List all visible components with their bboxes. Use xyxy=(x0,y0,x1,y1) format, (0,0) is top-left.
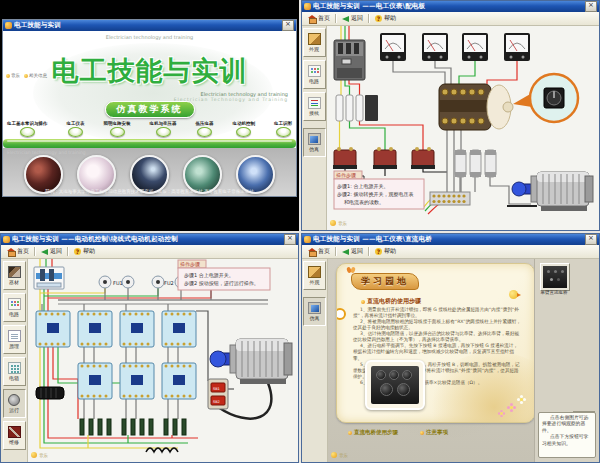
tools-icon xyxy=(8,266,21,278)
back-arrow-icon xyxy=(342,16,349,22)
sidebar-equipment-button[interactable]: 器材 xyxy=(3,261,26,290)
app-icon xyxy=(304,236,311,243)
sidebar-appearance-button[interactable]: 外观 xyxy=(303,261,326,290)
thumbnail-caption: 单臂直流电桥 xyxy=(535,290,573,295)
splash-screen: 电工技能与实训 × Electrician technology and tra… xyxy=(0,0,299,231)
menu-button-icon[interactable] xyxy=(20,127,35,137)
help-button[interactable]: ?帮助 xyxy=(72,247,97,256)
cartridge-fuses[interactable] xyxy=(455,150,496,177)
fu1-label: FU1 xyxy=(113,280,123,286)
bridge-photo[interactable] xyxy=(365,360,425,410)
circuit-breaker[interactable] xyxy=(334,40,365,80)
menu-button-icon[interactable] xyxy=(156,127,171,137)
sidebar-appearance-button[interactable]: 外观 xyxy=(303,28,326,57)
sidebar-circuit-button[interactable]: 电路 xyxy=(3,293,26,322)
menu-button-icon[interactable] xyxy=(68,127,83,137)
home-button[interactable]: 首页 xyxy=(306,14,332,23)
app-icon xyxy=(304,3,311,10)
svg-text:步骤2 按动按钮，进行运行操作。: 步骤2 按动按钮，进行运行操作。 xyxy=(184,280,259,287)
menu-button-icon[interactable] xyxy=(197,127,212,137)
window-title: 电工技能与实训 ——电工仪表\配电板 xyxy=(313,2,583,11)
menu-button-icon[interactable] xyxy=(276,127,291,137)
menu-item-motor-control[interactable]: 电动机控制 xyxy=(233,121,256,137)
close-icon[interactable]: × xyxy=(585,234,597,245)
contactors-row1[interactable] xyxy=(36,311,196,347)
close-icon[interactable]: × xyxy=(282,20,294,31)
contactors-row2[interactable] xyxy=(78,363,196,399)
music-icon[interactable] xyxy=(331,452,337,458)
panel-meters[interactable] xyxy=(380,33,530,61)
menu-item-motors-transformers[interactable]: 电机与变压器 xyxy=(150,121,177,137)
help-icon: ? xyxy=(74,248,81,255)
app-icon xyxy=(5,22,12,29)
window-title: 电工技能与实训 ——电工仪表\直流电桥 xyxy=(313,235,583,244)
flower-icon xyxy=(517,395,526,404)
grid-icon xyxy=(8,362,21,374)
rheostat[interactable] xyxy=(36,387,64,399)
bridge-thumbnail-button[interactable] xyxy=(540,263,570,291)
terminal-strip[interactable] xyxy=(430,192,470,205)
home-icon xyxy=(308,15,316,22)
menu-item-basics[interactable]: 电工基本常识与操作 xyxy=(7,121,48,137)
back-button[interactable]: 返回 xyxy=(340,14,365,23)
music-icon[interactable] xyxy=(330,220,336,226)
resistor-banks[interactable] xyxy=(80,419,186,435)
circuit-icon xyxy=(8,298,21,310)
sidebar-repair-button[interactable]: 维修 xyxy=(3,421,26,450)
menu-button-icon[interactable] xyxy=(236,127,251,137)
magnifier-callout[interactable] xyxy=(513,74,578,122)
sidebar-panel-button[interactable]: 电箱 xyxy=(3,357,26,386)
sidebar-principle-button[interactable]: 原理 xyxy=(3,325,26,354)
close-icon[interactable]: × xyxy=(585,1,597,12)
monitor-icon xyxy=(308,302,321,314)
menu-button-icon[interactable] xyxy=(110,127,125,137)
sidebar-simulation-button[interactable]: 仿真 xyxy=(303,297,326,326)
circuit-breaker[interactable] xyxy=(34,267,64,289)
cube-icon xyxy=(308,266,321,278)
english-caption-right: Electrician technology and training Elec… xyxy=(174,91,288,102)
porcelain-fuses[interactable] xyxy=(336,95,378,121)
credits-text: 研制：大连海事大学信息工程学院信息教育技术研究所 出版：高等教育出版社 高等教育… xyxy=(3,189,296,194)
wiring-icon xyxy=(308,97,321,109)
close-icon[interactable]: × xyxy=(284,234,296,245)
bullet-icon xyxy=(420,431,424,435)
precautions-link[interactable]: 注意事项 xyxy=(420,429,448,436)
transfer-switch[interactable] xyxy=(439,84,513,130)
push-button-station[interactable]: SB1 SB2 xyxy=(208,379,228,409)
menu-item-lighting[interactable]: 照明电路安装 xyxy=(104,121,131,137)
menu-item-drawings[interactable]: 电工识图 xyxy=(274,121,292,137)
sidebar-run-button[interactable]: 运行 xyxy=(3,389,26,418)
motor[interactable] xyxy=(210,339,292,384)
usage-steps-link[interactable]: 直流电桥使用步骤 xyxy=(348,429,398,436)
home-button[interactable]: 首页 xyxy=(306,247,332,256)
sidebar: 外观 仿真 xyxy=(302,259,328,462)
circuit-icon xyxy=(308,65,321,77)
component-selector-panel: 单臂直流电桥 帮 助 点击右侧图片可选择要进行细观察的器件。 点击下方按钮可学习… xyxy=(534,259,599,462)
splash-window: 电工技能与实训 × Electrician technology and tra… xyxy=(2,19,297,197)
subtitle-banner: 仿真教学系统 xyxy=(105,101,195,118)
window-title: 电工技能与实训 ——电动机控制\绕线式电动机起动控制 xyxy=(12,235,282,244)
content-title-row: 直流电桥的使用步骤 xyxy=(361,297,421,306)
help-button[interactable]: ?帮助 xyxy=(373,14,398,23)
back-button[interactable]: 返回 xyxy=(39,247,64,256)
music-icon[interactable] xyxy=(31,452,37,458)
toolbar-separator xyxy=(335,247,337,256)
svg-text:操作步骤: 操作步骤 xyxy=(336,172,356,178)
bullet-icon xyxy=(361,300,365,304)
toolbar-separator xyxy=(368,247,370,256)
back-button[interactable]: 返回 xyxy=(340,247,365,256)
sidebar-wiring-button[interactable]: 接线 xyxy=(303,92,326,121)
home-button[interactable]: 首页 xyxy=(5,247,31,256)
learning-canvas: 学习园地 直流电桥的使用步骤 1、测量前先打开检流计锁扣，即将 G 接线柱处的金… xyxy=(328,259,599,462)
title-bar: 电工技能与实训 ——电动机控制\绕线式电动机起动控制 × xyxy=(1,234,298,245)
menu-item-lv-apparatus[interactable]: 低压电器 xyxy=(196,121,214,137)
menu-item-instruments[interactable]: 电工仪表 xyxy=(67,121,85,137)
sidebar-simulation-button[interactable]: 仿真 xyxy=(303,128,326,157)
sidebar-circuit-button[interactable]: 电路 xyxy=(303,60,326,89)
toolbar-separator xyxy=(335,14,337,23)
help-button[interactable]: ?帮助 xyxy=(373,247,398,256)
current-transformers[interactable] xyxy=(333,147,435,169)
fu2-label: FU2 xyxy=(164,280,174,286)
flower-icon xyxy=(507,403,516,412)
green-band xyxy=(3,139,296,148)
